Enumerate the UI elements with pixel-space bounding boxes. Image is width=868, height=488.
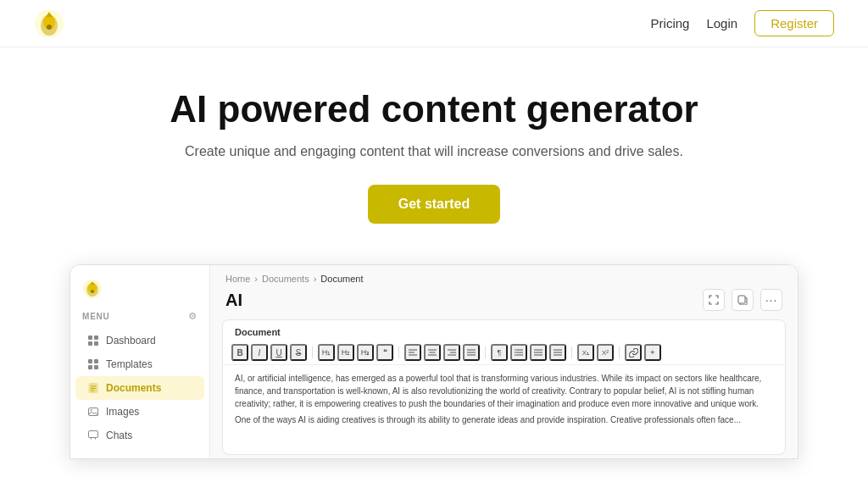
login-link[interactable]: Login bbox=[706, 16, 737, 30]
doc-actions: ··· bbox=[703, 289, 782, 311]
get-started-button[interactable]: Get started bbox=[368, 185, 500, 224]
logo-icon bbox=[34, 8, 64, 39]
sidebar-logo-icon bbox=[82, 279, 103, 299]
align-left-icon bbox=[409, 348, 417, 357]
toolbar-sep-1 bbox=[312, 347, 313, 358]
toolbar-sep-4 bbox=[571, 347, 572, 358]
app-preview: MENU ⚙ Dashboard bbox=[70, 264, 798, 459]
subscript-button[interactable]: X₁ bbox=[577, 344, 594, 361]
editor-area: Document B I U S H₁ H₂ H₃ ❝ bbox=[222, 319, 786, 455]
underline-button[interactable]: U bbox=[270, 344, 287, 361]
svg-point-23 bbox=[91, 409, 92, 411]
sidebar-item-chats-label: Chats bbox=[106, 430, 132, 441]
align-center-icon bbox=[428, 348, 437, 357]
justify-button[interactable] bbox=[463, 344, 480, 361]
strikethrough-button[interactable]: S bbox=[290, 344, 307, 361]
outdent-icon bbox=[554, 348, 562, 357]
chats-icon bbox=[87, 430, 99, 441]
sidebar-item-dashboard[interactable]: Dashboard bbox=[75, 329, 204, 352]
toolbar-sep-5 bbox=[619, 347, 620, 358]
editor-text[interactable]: AI, or artificial intelligence, has emer… bbox=[223, 365, 785, 436]
italic-button[interactable]: I bbox=[251, 344, 268, 361]
breadcrumb-document: Document bbox=[320, 274, 363, 284]
more-button[interactable]: ··· bbox=[760, 289, 782, 311]
breadcrumb: Home › Documents › Document bbox=[210, 265, 798, 287]
list-button[interactable] bbox=[510, 344, 527, 361]
clear-format-button[interactable]: ✦ bbox=[644, 344, 661, 361]
svg-rect-24 bbox=[89, 431, 98, 438]
hero-section: AI powered content generator Create uniq… bbox=[0, 47, 868, 249]
documents-icon bbox=[87, 382, 99, 394]
editor-paragraph-1: AI, or artificial intelligence, has emer… bbox=[235, 372, 773, 410]
toolbar: B I U S H₁ H₂ H₃ ❝ bbox=[223, 341, 785, 365]
images-icon bbox=[87, 406, 99, 418]
more-icon: ··· bbox=[765, 293, 778, 307]
sidebar-item-images[interactable]: Images bbox=[75, 400, 204, 424]
editor-label: Document bbox=[223, 320, 785, 341]
h1-button[interactable]: H₁ bbox=[318, 344, 335, 361]
svg-point-43 bbox=[515, 352, 516, 353]
bold-button[interactable]: B bbox=[231, 344, 248, 361]
dashboard-icon bbox=[87, 335, 99, 347]
svg-point-9 bbox=[91, 290, 94, 293]
hero-headline: AI powered content generator bbox=[17, 88, 851, 130]
h2-button[interactable]: H₂ bbox=[337, 344, 354, 361]
list-icon bbox=[515, 348, 523, 357]
svg-rect-10 bbox=[88, 336, 92, 340]
templates-icon bbox=[87, 358, 99, 370]
breadcrumb-sep1: › bbox=[254, 274, 258, 284]
svg-point-42 bbox=[515, 349, 516, 351]
svg-rect-12 bbox=[88, 341, 92, 346]
logo-area bbox=[34, 8, 64, 39]
align-right-icon bbox=[448, 348, 456, 357]
nav-links: Pricing Login Register bbox=[651, 10, 834, 36]
sidebar-item-documents[interactable]: Documents bbox=[75, 376, 204, 400]
justify-icon bbox=[467, 348, 476, 357]
expand-icon bbox=[709, 295, 719, 305]
sidebar-item-templates[interactable]: Templates bbox=[75, 352, 204, 376]
doc-title-row: AI bbox=[210, 287, 798, 316]
breadcrumb-documents[interactable]: Documents bbox=[262, 274, 309, 284]
copy-icon bbox=[737, 295, 748, 305]
link-button[interactable] bbox=[625, 344, 642, 361]
toolbar-sep-2 bbox=[398, 347, 399, 358]
svg-rect-15 bbox=[94, 359, 98, 363]
sidebar-item-images-label: Images bbox=[106, 406, 139, 418]
svg-rect-22 bbox=[89, 408, 98, 416]
expand-button[interactable] bbox=[703, 289, 725, 311]
pricing-link[interactable]: Pricing bbox=[651, 16, 690, 30]
quote-button[interactable]: ❝ bbox=[376, 344, 393, 361]
breadcrumb-home[interactable]: Home bbox=[225, 274, 250, 284]
outdent-button[interactable] bbox=[549, 344, 566, 361]
svg-point-4 bbox=[47, 25, 52, 30]
svg-rect-17 bbox=[94, 365, 98, 369]
sidebar-item-chats[interactable]: Chats bbox=[75, 424, 204, 447]
svg-rect-13 bbox=[94, 341, 98, 346]
align-center-button[interactable] bbox=[424, 344, 441, 361]
sidebar-menu-label: MENU ⚙ bbox=[70, 308, 209, 329]
align-right-button[interactable] bbox=[443, 344, 460, 361]
h3-button[interactable]: H₃ bbox=[357, 344, 374, 361]
hero-subheadline: Create unique and engaging content that … bbox=[17, 144, 851, 159]
sidebar: MENU ⚙ Dashboard bbox=[70, 265, 210, 458]
copy-button[interactable] bbox=[732, 289, 754, 311]
svg-point-44 bbox=[515, 354, 516, 356]
header: Pricing Login Register bbox=[0, 0, 868, 47]
svg-rect-16 bbox=[88, 365, 92, 369]
indent-button[interactable]: ¶ bbox=[491, 344, 508, 361]
unindent-button[interactable] bbox=[530, 344, 547, 361]
register-button[interactable]: Register bbox=[754, 10, 834, 36]
link-icon bbox=[629, 348, 638, 358]
svg-rect-26 bbox=[738, 296, 745, 303]
svg-rect-11 bbox=[94, 336, 98, 340]
svg-rect-14 bbox=[88, 359, 92, 363]
sidebar-item-templates-label: Templates bbox=[106, 358, 153, 370]
sidebar-item-documents-label: Documents bbox=[106, 382, 161, 394]
superscript-button[interactable]: X² bbox=[597, 344, 614, 361]
settings-icon[interactable]: ⚙ bbox=[188, 311, 198, 322]
unindent-icon bbox=[534, 348, 542, 357]
editor-paragraph-2: One of the ways AI is aiding creatives i… bbox=[235, 413, 773, 426]
toolbar-sep-3 bbox=[485, 347, 486, 358]
sidebar-logo bbox=[70, 275, 209, 308]
align-left-button[interactable] bbox=[404, 344, 421, 361]
